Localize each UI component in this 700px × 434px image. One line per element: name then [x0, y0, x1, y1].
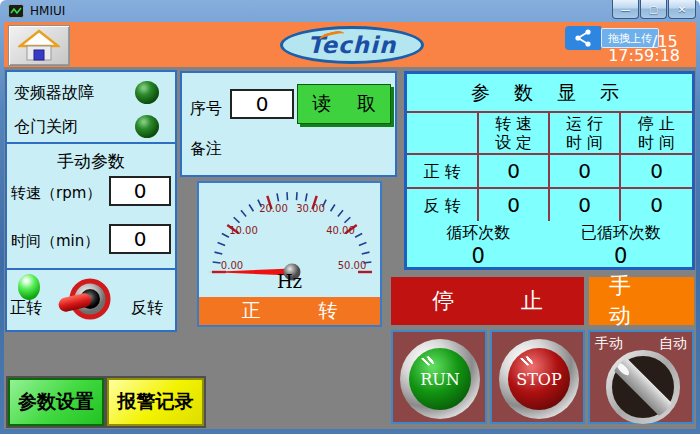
brand-logo: Techin [280, 26, 424, 64]
clock: 17:59:18 [608, 46, 680, 65]
window-title: HMIUI [30, 4, 65, 18]
svg-text:20.00: 20.00 [259, 203, 288, 214]
maximize-button[interactable]: ▢ [640, 0, 667, 19]
drag-upload-button[interactable]: 拖拽上传 [601, 28, 659, 48]
forward-led [18, 274, 40, 300]
share-icon[interactable] [565, 26, 601, 50]
manual-params-title: 手动参数 [7, 150, 175, 173]
parameter-table: 转 速 设 定 运 行 时 间 停 止 时 间 正 转 0 0 [407, 111, 692, 221]
svg-text:10.00: 10.00 [229, 225, 258, 236]
divider [7, 142, 175, 144]
cycled-count-value: 0 [550, 244, 693, 268]
note-label: 备注 [190, 139, 222, 160]
manual-mode-button[interactable]: 手 动 [589, 277, 694, 325]
speed-input[interactable]: 0 [109, 176, 171, 206]
direction-toggle-switch[interactable] [57, 272, 115, 326]
mode-rotary-switch[interactable] [597, 349, 689, 425]
header-blank [407, 113, 479, 153]
settings-nav-button[interactable]: 参数设置 [8, 378, 104, 426]
header-stop-time: 停 止 时 间 [621, 113, 692, 153]
speed-label: 转速（rpm） [11, 184, 101, 203]
inverter-fault-led [135, 81, 159, 104]
window: HMIUI — ▢ ✕ Techin [0, 0, 700, 434]
run-button-panel: RUN [391, 330, 487, 424]
home-icon [18, 29, 60, 63]
mode-selector-panel: 手动 自动 [588, 330, 694, 424]
row-label: 反 转 [407, 189, 479, 221]
table-header-row: 转 速 设 定 运 行 时 间 停 止 时 间 [407, 111, 692, 153]
svg-text:40.00: 40.00 [326, 225, 355, 236]
status-manual-panel: 变频器故障 仓门关闭 手动参数 转速（rpm） 0 时间（min） 0 正转 [5, 70, 177, 332]
serial-input[interactable]: 0 [230, 89, 294, 119]
door-closed-label: 仓门关闭 [14, 117, 78, 138]
direction-status-bar: 正 转 [199, 297, 380, 325]
reverse-label: 反转 [131, 298, 163, 319]
cycle-counters: 循环次数 0 已循环次数 0 [407, 221, 692, 269]
time-label: 时间（min） [11, 232, 99, 251]
run-pushbutton[interactable]: RUN [400, 339, 480, 419]
stop-action-button[interactable]: 停 止 [391, 277, 584, 325]
stop-pushbutton[interactable]: STOP [499, 339, 579, 419]
home-button[interactable] [8, 25, 70, 66]
cell-value: 0 [479, 155, 550, 187]
cycle-count-label: 循环次数 [407, 223, 550, 244]
cell-value: 0 [621, 189, 692, 221]
inverter-fault-label: 变频器故障 [14, 83, 94, 104]
parameter-display-panel: 参 数 显 示 转 速 设 定 运 行 时 间 停 止 时 间 [404, 71, 695, 270]
door-closed-led [135, 115, 159, 138]
table-row-reverse: 反 转 0 0 0 [407, 187, 692, 221]
app-icon [8, 4, 24, 18]
header-run-time: 运 行 时 间 [550, 113, 621, 153]
svg-text:30.00: 30.00 [296, 203, 325, 214]
header-speed-setting: 转 速 设 定 [479, 113, 550, 153]
record-panel: 序号 0 读 取 备注 [180, 71, 397, 177]
cell-value: 0 [550, 189, 621, 221]
forward-label: 正转 [10, 298, 42, 319]
hmi-screen: Techin 拖拽上传 /15 17:59:18 变频器故障 仓门关闭 手动参数… [4, 22, 696, 429]
cell-value: 0 [621, 155, 692, 187]
row-label: 正 转 [407, 155, 479, 187]
stop-button-panel: STOP [490, 330, 585, 424]
read-button[interactable]: 读 取 [297, 84, 391, 124]
alarm-record-nav-button[interactable]: 报警记录 [107, 378, 204, 426]
svg-text:50.00: 50.00 [338, 260, 367, 271]
cell-value: 0 [550, 155, 621, 187]
table-title: 参 数 显 示 [407, 80, 692, 106]
cycle-count-value: 0 [407, 244, 550, 268]
gauge-unit-label: Hz [199, 271, 380, 292]
header-bar: Techin 拖拽上传 /15 17:59:18 [4, 22, 696, 67]
cell-value: 0 [479, 189, 550, 221]
cycled-count-label: 已循环次数 [550, 223, 693, 244]
divider [7, 268, 175, 270]
svg-text:0.00: 0.00 [221, 260, 243, 271]
minimize-button[interactable]: — [612, 0, 639, 19]
serial-label: 序号 [190, 99, 222, 120]
table-row-forward: 正 转 0 0 0 [407, 153, 692, 187]
frequency-gauge-panel: 0.0010.0020.0030.0040.0050.00 Hz 正 转 [197, 181, 382, 327]
titlebar: HMIUI — ▢ ✕ [0, 0, 700, 22]
time-input[interactable]: 0 [109, 224, 171, 254]
close-button[interactable]: ✕ [668, 0, 696, 19]
